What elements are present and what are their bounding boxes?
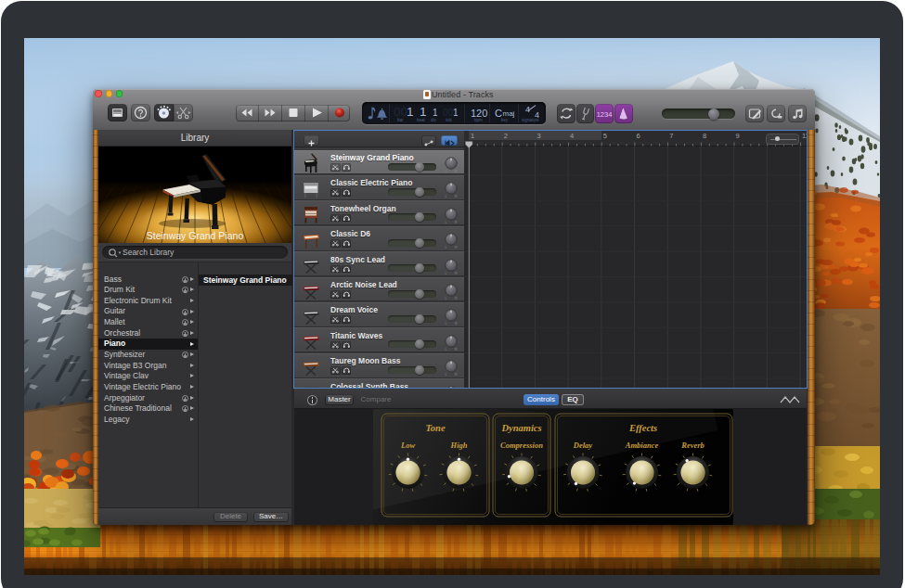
svg-text:Ambiance: Ambiance <box>625 441 659 450</box>
svg-text:Compression: Compression <box>500 441 543 450</box>
svg-text:1234: 1234 <box>597 110 613 119</box>
svg-text:Effects: Effects <box>628 423 657 433</box>
svg-text:R: R <box>455 170 458 173</box>
svg-text:L: L <box>446 195 447 198</box>
svg-text:L: L <box>446 297 447 300</box>
svg-text:R: R <box>455 271 458 275</box>
svg-text:R: R <box>455 373 458 377</box>
svg-text:L: L <box>446 347 447 351</box>
svg-text:R: R <box>455 347 458 351</box>
svg-text:L: L <box>446 271 447 275</box>
svg-text:High: High <box>450 441 468 450</box>
svg-text:L: L <box>446 246 447 249</box>
svg-text:R: R <box>455 246 458 249</box>
svg-text:R: R <box>455 195 458 198</box>
svg-text:R: R <box>455 322 458 326</box>
svg-text:L: L <box>446 322 447 326</box>
svg-text:R: R <box>455 220 458 224</box>
svg-text:Dynamics: Dynamics <box>500 423 541 433</box>
svg-text:L: L <box>446 220 447 224</box>
svg-text:Tone: Tone <box>425 423 446 433</box>
svg-text:L: L <box>446 170 447 173</box>
svg-text:Low: Low <box>400 441 415 450</box>
svg-text:Steinway Grand Piano: Steinway Grand Piano <box>147 230 244 241</box>
svg-text:Reverb: Reverb <box>680 441 705 450</box>
svg-text:Delay: Delay <box>573 441 593 450</box>
svg-text:L: L <box>446 373 447 377</box>
svg-text:R: R <box>455 297 458 300</box>
